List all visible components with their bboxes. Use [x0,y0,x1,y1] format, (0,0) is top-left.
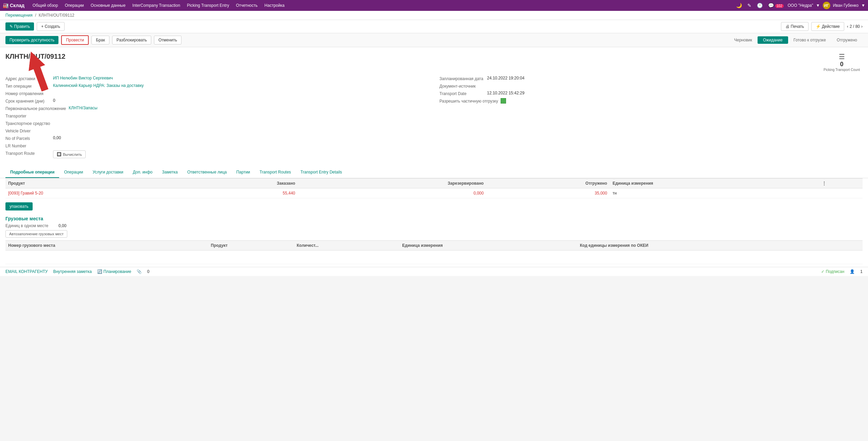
brand-logo[interactable]: 🏭 Склад [3,3,24,8]
label-planned-date: Запланированная дата [439,76,487,81]
nav-right-section: 🌙 ✎ 🕐 💬 102 ООО "Недра" ▼ ИГ Иван Губенк… [735,2,865,9]
nav-picking-transport[interactable]: Picking Transport Entry [184,3,232,8]
pack-button[interactable]: упаковать [5,202,33,210]
transport-count-icon: ☰ [839,53,845,61]
tab-transport-entry-details[interactable]: Transport Entry Details [296,167,347,178]
nav-base-data[interactable]: Основные данные [88,3,128,8]
brand-icon: 🏭 [3,3,8,8]
col-ordered: Заказано [190,179,298,188]
edit-icon[interactable]: ✎ [746,3,753,8]
label-storage-days: Срок хранения (дни) [5,98,53,104]
field-vehicle: Транспортное средство [5,121,429,126]
step-ready[interactable]: Готово к отгрузке [788,36,831,44]
partial-shipment-checkbox[interactable] [501,98,506,104]
post-button[interactable]: Провести [61,35,89,45]
cancel-button[interactable]: Отменить [154,36,181,44]
cargo-title: Грузовые места [5,216,863,221]
form-right: Запланированная дата 24.10.2022 19:20:04… [439,76,863,160]
breadcrumb-parent[interactable]: Перемещения [5,13,33,18]
pack-section: упаковать [0,198,868,213]
tab-additional-info[interactable]: Доп. инфо [128,167,157,178]
create-button[interactable]: + Создать [37,22,65,31]
chat-icon[interactable]: 💬 102 [767,3,785,8]
nav-reporting[interactable]: Отчетность [233,3,260,8]
cargo-col-number: Номер грузового места [5,241,208,251]
nav-settings[interactable]: Настройка [262,3,287,8]
nav-overview[interactable]: Общий обзор [30,3,61,8]
check-availability-button[interactable]: Проверить доступность [5,36,58,44]
field-driver: Vehicle Driver [5,128,429,133]
note-button[interactable]: Внутренняя заметка [53,269,91,274]
signed-status: ✓ Подписан [821,269,844,274]
avatar[interactable]: ИГ [823,2,830,9]
plan-button[interactable]: 🔄 Планирование [97,269,131,274]
cargo-section: Грузовые места Единиц в одном месте 0,00… [0,213,868,267]
breadcrumb: Перемещения / КЛНТН/OUT/09112 [0,11,868,20]
cell-product[interactable]: [0093] Гравий 5-20 [5,188,190,198]
label-partial-shipment: Разрешить частичную отгрузку [439,98,501,104]
field-shipment-number: Номер отправления [5,91,429,96]
label-transporter: Transporter [5,113,53,118]
label-parcels: No of Parcels [5,135,53,141]
cell-reserved: 0,000 [298,188,487,198]
cargo-units-label: Единиц в одном месте [5,223,53,228]
tab-operations[interactable]: Операции [59,167,88,178]
edit-button[interactable]: ✎ Править [5,22,34,31]
value-delivery-address[interactable]: ИП Нелюбин Виктор Сергеевич [53,76,113,80]
value-operation-type[interactable]: Калининский Карьер НДРА: Заказы на доста… [53,83,144,88]
tabs-bar: Подробные операции Операции Услуги доста… [0,167,868,178]
label-transport-date: Transport Date [439,91,487,96]
nav-intercompany[interactable]: InterCompany Transaction [129,3,183,8]
next-page-icon[interactable]: › [861,24,863,29]
print-button[interactable]: 🖨 Печать [781,22,809,31]
cargo-col-unit: Единица измерения [399,241,577,251]
breadcrumb-current: КЛНТН/OUT/09112 [39,13,74,18]
tab-responsible[interactable]: Ответственные лица [183,167,231,178]
step-shipped[interactable]: Отгружено [831,36,863,44]
field-source-doc: Документ-источник [439,83,863,89]
field-parcels: No of Parcels 0,00 [5,135,429,141]
label-operation-type: Тип операции [5,83,53,89]
dark-mode-icon[interactable]: 🌙 [735,3,743,8]
user-name[interactable]: Иван Губенко [833,3,858,8]
step-draft[interactable]: Черновик [729,36,758,44]
tab-note[interactable]: Заметка [157,167,183,178]
tab-transport-routes[interactable]: Transport Routes [255,167,296,178]
tab-detailed-ops[interactable]: Подробные операции [5,167,59,178]
label-delivery-address: Адрес доставки [5,76,53,81]
cell-more-btn[interactable] [819,188,863,198]
transport-count-label: Picking Transport Count [823,68,860,72]
pagination: ‹ 2 / 80 › [847,24,863,29]
cell-shipped: 35,000 [486,188,610,198]
top-navigation: 🏭 Склад Общий обзор Операции Основные да… [0,0,868,11]
value-initial-location[interactable]: КЛНТН/Запасы [69,106,98,110]
form-section: Адрес доставки ИП Нелюбин Виктор Сергеев… [0,72,868,164]
bottom-bar-right: ✓ Подписан 👤 1 [821,269,863,274]
email-button[interactable]: EMAIL КОНТРАГЕНТУ [5,269,48,274]
tab-delivery-services[interactable]: Услуги доставки [88,167,128,178]
unblock-button[interactable]: Разблокировать [112,36,151,44]
calc-button[interactable]: 🔲 Вычислить [53,150,86,158]
prev-page-icon[interactable]: ‹ [847,24,848,29]
doc-header: КЛНТН/OUT/09112 ☰ 0 Picking Transport Co… [0,47,868,72]
attach-icon: 📎 [137,269,142,274]
autofill-button[interactable]: Автозаполнение грузовых мест [5,230,67,238]
tab-lots[interactable]: Партии [231,167,255,178]
attach-count: 0 [147,269,150,274]
company-name[interactable]: ООО "Недра" [788,3,813,8]
products-table: Продукт Заказано Зарезервировано Отгруже… [5,178,863,198]
clock-icon[interactable]: 🕐 [756,3,764,8]
col-product: Продукт [5,179,190,188]
field-transport-route: Transport Route 🔲 Вычислить [5,150,429,158]
nav-operations[interactable]: Операции [62,3,87,8]
cargo-units-row: Единиц в одном месте 0,00 [5,223,863,228]
workflow-bar: Проверить доступность Провести Брак Разб… [0,33,868,47]
field-operation-type: Тип операции Калининский Карьер НДРА: За… [5,83,429,89]
action-bar-right: 🖨 Печать ⚡ Действие ‹ 2 / 80 › [781,22,863,31]
label-initial-location: Первоначальное расположение [5,106,69,111]
products-table-section: Продукт Заказано Зарезервировано Отгруже… [0,178,868,198]
value-transport-date: 12.10.2022 15:42:29 [487,91,524,95]
reject-button[interactable]: Брак [91,36,109,44]
step-waiting[interactable]: Ожидание [758,36,788,44]
action-button[interactable]: ⚡ Действие [811,22,844,31]
